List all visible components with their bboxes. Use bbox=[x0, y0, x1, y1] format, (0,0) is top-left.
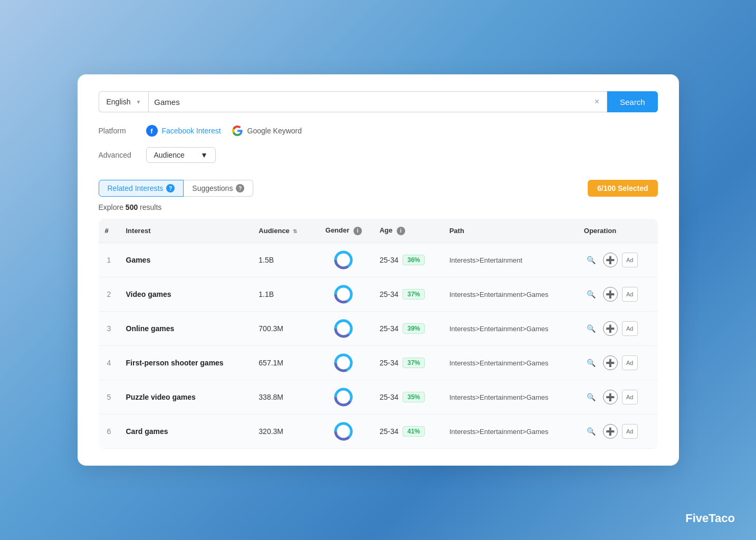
age-badge: 35% bbox=[403, 392, 425, 402]
row-num: 5 bbox=[99, 380, 120, 414]
google-icon bbox=[232, 125, 243, 137]
search-interest-button[interactable]: 🔍 bbox=[584, 287, 599, 302]
row-operations: 🔍 ➕ Ad bbox=[578, 380, 658, 414]
row-audience: 320.3M bbox=[252, 414, 314, 448]
table-row: 5 Puzzle video games 338.8M 25-34 35% In… bbox=[99, 380, 658, 414]
advanced-label: Advanced bbox=[99, 151, 136, 159]
facebook-interest-option[interactable]: f Facebook Interest bbox=[146, 125, 221, 137]
results-number: 500 bbox=[126, 203, 138, 211]
fivetaco-branding: FiveTaco bbox=[685, 512, 735, 525]
add-interest-button[interactable]: ➕ bbox=[603, 390, 618, 404]
platform-label: Platform bbox=[99, 127, 136, 135]
ad-button[interactable]: Ad bbox=[622, 287, 638, 302]
table-row: 1 Games 1.5B 25-34 36% Interests>Enterta… bbox=[99, 243, 658, 277]
search-interest-button[interactable]: 🔍 bbox=[584, 424, 599, 439]
svg-point-23 bbox=[338, 426, 349, 437]
ad-button[interactable]: Ad bbox=[622, 253, 638, 267]
row-gender bbox=[314, 243, 373, 277]
ad-button[interactable]: Ad bbox=[622, 355, 638, 370]
add-interest-button[interactable]: ➕ bbox=[603, 424, 618, 439]
gender-info-icon: i bbox=[353, 227, 362, 235]
audience-dropdown-label: Audience bbox=[154, 151, 185, 159]
row-interest: First-person shooter games bbox=[120, 345, 253, 380]
audience-sort-icon: ⇅ bbox=[293, 228, 297, 234]
search-row: English ▼ × Search bbox=[99, 91, 658, 112]
row-path: Interests>Entertainment>Games bbox=[443, 345, 578, 380]
col-path: Path bbox=[443, 219, 578, 243]
svg-point-3 bbox=[338, 255, 349, 265]
svg-point-11 bbox=[338, 323, 349, 334]
table-body: 1 Games 1.5B 25-34 36% Interests>Enterta… bbox=[99, 243, 658, 448]
col-audience[interactable]: Audience ⇅ bbox=[252, 219, 314, 243]
add-interest-button[interactable]: ➕ bbox=[603, 321, 618, 336]
search-interest-button[interactable]: 🔍 bbox=[584, 390, 599, 404]
row-interest: Card games bbox=[120, 414, 253, 448]
table-row: 6 Card games 320.3M 25-34 41% Interests>… bbox=[99, 414, 658, 448]
row-gender bbox=[314, 345, 373, 380]
row-gender bbox=[314, 414, 373, 448]
add-interest-button[interactable]: ➕ bbox=[603, 287, 618, 302]
suggestions-tab[interactable]: Suggestions ? bbox=[184, 180, 253, 197]
audience-dropdown[interactable]: Audience ▼ bbox=[146, 147, 216, 163]
platform-row: Platform f Facebook Interest Google Keyw… bbox=[99, 125, 658, 137]
explore-label: Explore bbox=[99, 203, 123, 211]
search-button[interactable]: Search bbox=[607, 91, 658, 112]
row-operations: 🔍 ➕ Ad bbox=[578, 345, 658, 380]
row-path: Interests>Entertainment>Games bbox=[443, 311, 578, 345]
table-row: 3 Online games 700.3M 25-34 39% Interest… bbox=[99, 311, 658, 345]
row-path: Interests>Entertainment>Games bbox=[443, 414, 578, 448]
interest-table: # Interest Audience ⇅ Gender i Age i Pat… bbox=[99, 219, 658, 449]
facebook-icon: f bbox=[146, 125, 158, 137]
search-interest-button[interactable]: 🔍 bbox=[584, 321, 599, 336]
add-interest-button[interactable]: ➕ bbox=[603, 253, 618, 267]
google-label: Google Keyword bbox=[247, 127, 302, 135]
row-path: Interests>Entertainment>Games bbox=[443, 277, 578, 311]
clear-button[interactable]: × bbox=[592, 97, 601, 107]
row-num: 3 bbox=[99, 311, 120, 345]
row-num: 4 bbox=[99, 345, 120, 380]
google-keyword-option[interactable]: Google Keyword bbox=[232, 125, 302, 137]
search-interest-button[interactable]: 🔍 bbox=[584, 355, 599, 370]
suggestions-info-icon: ? bbox=[236, 184, 244, 192]
row-operations: 🔍 ➕ Ad bbox=[578, 243, 658, 277]
svg-point-19 bbox=[338, 392, 349, 402]
ad-button[interactable]: Ad bbox=[622, 390, 638, 404]
row-operations: 🔍 ➕ Ad bbox=[578, 311, 658, 345]
ad-button[interactable]: Ad bbox=[622, 424, 638, 439]
row-num: 2 bbox=[99, 277, 120, 311]
language-select[interactable]: English ▼ bbox=[99, 91, 149, 112]
main-card: English ▼ × Search Platform f Facebook I… bbox=[78, 74, 679, 466]
row-age: 25-34 36% bbox=[373, 243, 443, 277]
table-row: 2 Video games 1.1B 25-34 37% Interests>E… bbox=[99, 277, 658, 311]
row-gender bbox=[314, 311, 373, 345]
col-gender: Gender i bbox=[314, 219, 373, 243]
search-input-wrap: × bbox=[148, 91, 607, 112]
facebook-label: Facebook Interest bbox=[162, 127, 221, 135]
col-age: Age i bbox=[373, 219, 443, 243]
row-age: 25-34 35% bbox=[373, 380, 443, 414]
row-age: 25-34 41% bbox=[373, 414, 443, 448]
age-badge: 36% bbox=[403, 255, 425, 265]
suggestions-label: Suggestions bbox=[192, 184, 233, 192]
table-row: 4 First-person shooter games 657.1M 25-3… bbox=[99, 345, 658, 380]
results-count: Explore 500 results bbox=[99, 203, 658, 211]
search-interest-button[interactable]: 🔍 bbox=[584, 253, 599, 267]
audience-chevron-icon: ▼ bbox=[200, 151, 208, 159]
tabs-row: Related Interests ? Suggestions ? 6/100 … bbox=[99, 180, 658, 197]
row-num: 6 bbox=[99, 414, 120, 448]
age-badge: 37% bbox=[403, 358, 425, 368]
selected-count-badge: 6/100 Selected bbox=[588, 180, 658, 197]
search-input[interactable] bbox=[154, 98, 592, 107]
row-age: 25-34 37% bbox=[373, 277, 443, 311]
table-header-row: # Interest Audience ⇅ Gender i Age i Pat… bbox=[99, 219, 658, 243]
add-interest-button[interactable]: ➕ bbox=[603, 355, 618, 370]
ad-button[interactable]: Ad bbox=[622, 321, 638, 336]
row-operations: 🔍 ➕ Ad bbox=[578, 414, 658, 448]
row-path: Interests>Entertainment>Games bbox=[443, 380, 578, 414]
related-interests-tab[interactable]: Related Interests ? bbox=[99, 180, 184, 197]
row-num: 1 bbox=[99, 243, 120, 277]
chevron-down-icon: ▼ bbox=[136, 99, 141, 105]
row-operations: 🔍 ➕ Ad bbox=[578, 277, 658, 311]
col-operation: Operation bbox=[578, 219, 658, 243]
row-audience: 1.1B bbox=[252, 277, 314, 311]
